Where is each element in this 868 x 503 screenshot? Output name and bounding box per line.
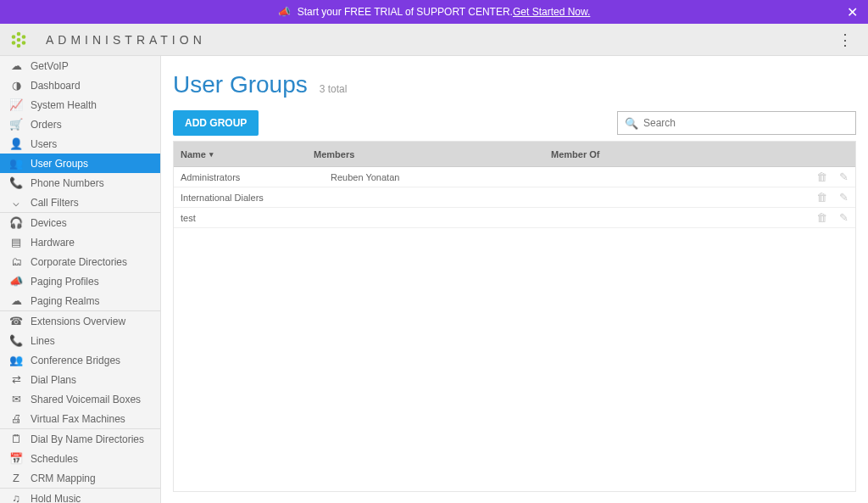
sidebar-item-user-groups[interactable]: 👥User Groups (0, 154, 160, 173)
svg-point-5 (12, 35, 16, 39)
sidebar-item-devices[interactable]: 🎧Devices (0, 213, 160, 232)
sidebar-item-users[interactable]: 👤Users (0, 134, 160, 154)
table-row[interactable]: AdministratorsReuben Yonatan🗑✎ (174, 167, 855, 187)
sidebar-item-label: Conference Bridges (31, 355, 120, 366)
close-icon[interactable]: ✕ (847, 4, 858, 20)
cell-name: test (174, 213, 314, 223)
delete-icon[interactable]: 🗑 (816, 191, 827, 204)
music-icon: ♫ (8, 492, 24, 503)
search-field[interactable]: 🔍 (617, 111, 856, 135)
page-title: User Groups (173, 71, 308, 98)
sidebar-item-hold-music[interactable]: ♫Hold Music (0, 489, 160, 503)
crm-icon: Z (8, 472, 24, 484)
headset-icon: 🎧 (8, 216, 24, 229)
sidebar-item-schedules[interactable]: 📅Schedules (0, 449, 160, 468)
sidebar-item-system-health[interactable]: 📈System Health (0, 95, 160, 115)
cell-members: Reuben Yonatan (314, 172, 551, 182)
sort-desc-icon: ▾ (209, 150, 214, 159)
col-memberof-header[interactable]: Member Of (551, 149, 754, 159)
sidebar-item-dashboard[interactable]: ◑Dashboard (0, 75, 160, 95)
cart-icon: 🛒 (8, 118, 24, 131)
sidebar-item-label: Dial Plans (31, 374, 76, 386)
cell-name: Administrators (174, 172, 314, 182)
edit-icon[interactable]: ✎ (839, 191, 849, 204)
bullpage-icon: 📣 (8, 275, 24, 288)
svg-point-4 (12, 41, 16, 45)
sidebar-item-label: Extensions Overview (31, 316, 125, 327)
svg-point-2 (22, 41, 26, 45)
svg-point-3 (17, 43, 21, 48)
dir-icon: 🗂 (8, 255, 24, 268)
table-row[interactable]: test🗑✎ (174, 208, 855, 228)
banner-link[interactable]: Get Started Now. (513, 6, 590, 18)
sidebar-item-extensions-overview[interactable]: ☎Extensions Overview (0, 311, 160, 331)
search-icon: 🔍 (625, 117, 638, 130)
edit-icon[interactable]: ✎ (839, 211, 849, 224)
dbn-icon: 🗒 (8, 433, 24, 445)
sidebar-item-paging-realms[interactable]: ☁Paging Realms (0, 291, 160, 310)
search-input[interactable] (643, 117, 849, 129)
sidebar-item-label: GetVoIP (31, 60, 69, 72)
groups-table: Name ▾ Members Member Of AdministratorsR… (173, 141, 856, 492)
sidebar-item-label: Call Filters (31, 197, 79, 209)
sidebar-item-label: Paging Profiles (31, 276, 99, 288)
cloud2-icon: ☁ (8, 294, 24, 307)
sidebar-item-label: System Health (31, 99, 97, 111)
sidebar-item-label: Orders (31, 119, 62, 131)
page-subtitle: 3 total (320, 83, 348, 95)
sidebar-item-label: User Groups (31, 158, 88, 170)
conf-icon: 👥 (8, 354, 24, 366)
app-title: ADMINISTRATION (46, 33, 206, 47)
gauge-icon: ◑ (8, 79, 24, 92)
sidebar-item-label: Dashboard (31, 80, 81, 92)
sidebar-item-getvoip[interactable]: ☁GetVoIP (0, 56, 160, 75)
svg-point-0 (17, 31, 21, 36)
edit-icon[interactable]: ✎ (839, 170, 849, 183)
sidebar-item-label: Hardware (31, 237, 75, 249)
svg-point-1 (22, 35, 26, 39)
sidebar-item-label: Shared Voicemail Boxes (31, 394, 141, 405)
hw-icon: ▤ (8, 236, 24, 249)
phone-icon: 📞 (8, 176, 24, 189)
sidebar-item-shared-voicemail-boxes[interactable]: ✉Shared Voicemail Boxes (0, 389, 160, 409)
sidebar-item-virtual-fax-machines[interactable]: 🖨Virtual Fax Machines (0, 409, 160, 428)
sidebar-item-label: Lines (31, 335, 55, 347)
user-icon: 👤 (8, 137, 24, 150)
logo-icon (8, 30, 29, 50)
sidebar: ☁GetVoIP◑Dashboard📈System Health🛒Orders👤… (0, 56, 161, 503)
col-members-header[interactable]: Members (314, 149, 551, 159)
sidebar-item-call-filters[interactable]: ⌵Call Filters (0, 193, 160, 212)
col-name-header[interactable]: Name ▾ (174, 149, 314, 159)
sidebar-item-crm-mapping[interactable]: ZCRM Mapping (0, 468, 160, 488)
bullhorn-icon: 📣 (278, 6, 291, 18)
sidebar-item-lines[interactable]: 📞Lines (0, 331, 160, 350)
sidebar-item-phone-numbers[interactable]: 📞Phone Numbers (0, 173, 160, 193)
sidebar-item-hardware[interactable]: ▤Hardware (0, 232, 160, 252)
ext-icon: ☎ (8, 315, 24, 327)
sidebar-item-conference-bridges[interactable]: 👥Conference Bridges (0, 350, 160, 370)
sidebar-item-label: Phone Numbers (31, 177, 104, 189)
sidebar-item-label: Corporate Directories (31, 256, 127, 268)
line-icon: 📞 (8, 334, 24, 347)
sidebar-item-orders[interactable]: 🛒Orders (0, 115, 160, 134)
delete-icon[interactable]: 🗑 (816, 170, 827, 183)
sidebar-item-label: Dial By Name Directories (31, 433, 144, 445)
kebab-menu-icon[interactable]: ⋮ (831, 31, 860, 49)
table-header: Name ▾ Members Member Of (174, 142, 855, 167)
cloud-icon: ☁ (8, 59, 24, 72)
sidebar-item-dial-plans[interactable]: ⇄Dial Plans (0, 370, 160, 389)
sidebar-item-label: Devices (31, 217, 67, 229)
main-content: User Groups 3 total ADD GROUP 🔍 Name ▾ M… (161, 56, 868, 503)
cal-icon: 📅 (8, 452, 24, 465)
group-icon: 👥 (8, 157, 24, 170)
sidebar-item-paging-profiles[interactable]: 📣Paging Profiles (0, 271, 160, 291)
table-row[interactable]: International Dialers🗑✎ (174, 187, 855, 208)
sidebar-item-dial-by-name-directories[interactable]: 🗒Dial By Name Directories (0, 429, 160, 449)
add-group-button[interactable]: ADD GROUP (173, 110, 259, 136)
app-header: ADMINISTRATION ⋮ (0, 24, 868, 56)
delete-icon[interactable]: 🗑 (816, 211, 827, 224)
cell-name: International Dialers (174, 193, 314, 203)
svg-point-6 (17, 37, 21, 42)
sidebar-item-corporate-directories[interactable]: 🗂Corporate Directories (0, 252, 160, 271)
fax-icon: 🖨 (8, 412, 24, 425)
